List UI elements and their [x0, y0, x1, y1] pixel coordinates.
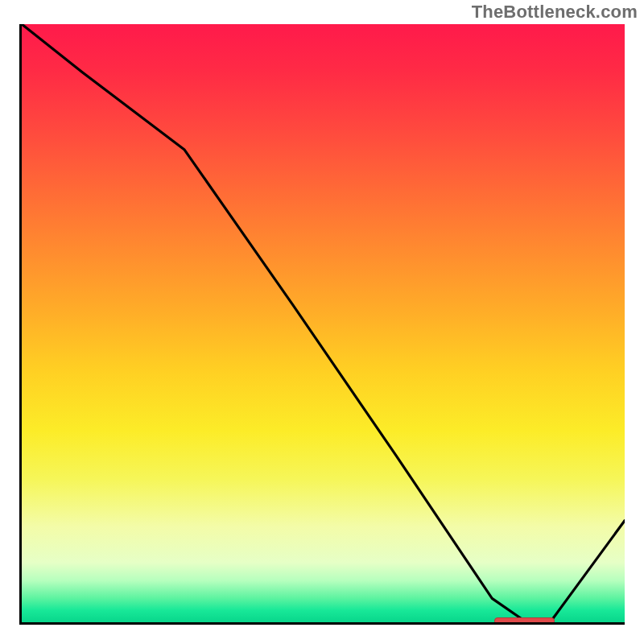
line-curve	[22, 24, 625, 622]
watermark-text: TheBottleneck.com	[472, 2, 638, 23]
plot-area	[19, 24, 625, 625]
optimal-range-marker	[494, 617, 555, 625]
chart-frame: TheBottleneck.com	[0, 0, 644, 644]
